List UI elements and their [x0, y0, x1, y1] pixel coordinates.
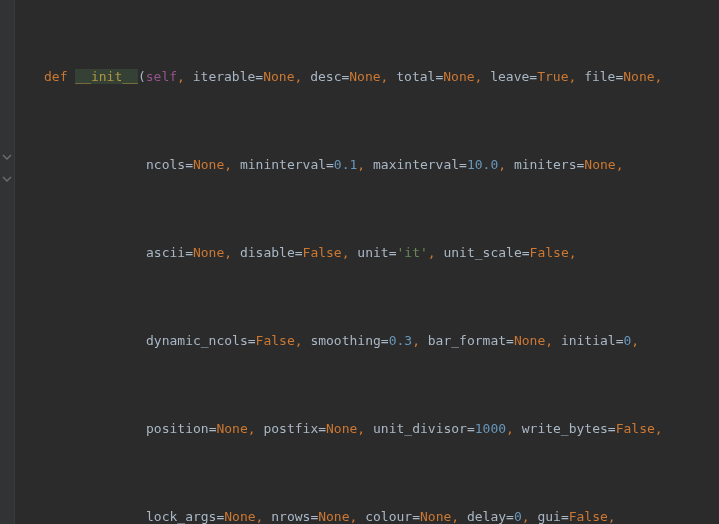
- code-editor[interactable]: def __init__(self, iterable=None, desc=N…: [14, 0, 719, 524]
- code-line: dynamic_ncols=False, smoothing=0.3, bar_…: [14, 330, 719, 352]
- editor-gutter: [0, 0, 15, 524]
- code-line: ascii=None, disable=False, unit='it', un…: [14, 242, 719, 264]
- code-line: ncols=None, mininterval=0.1, maxinterval…: [14, 154, 719, 176]
- collapse-icon[interactable]: [2, 152, 12, 162]
- code-line: lock_args=None, nrows=None, colour=None,…: [14, 506, 719, 524]
- code-line: def __init__(self, iterable=None, desc=N…: [14, 66, 719, 88]
- code-line: position=None, postfix=None, unit_diviso…: [14, 418, 719, 440]
- collapse-icon[interactable]: [2, 174, 12, 184]
